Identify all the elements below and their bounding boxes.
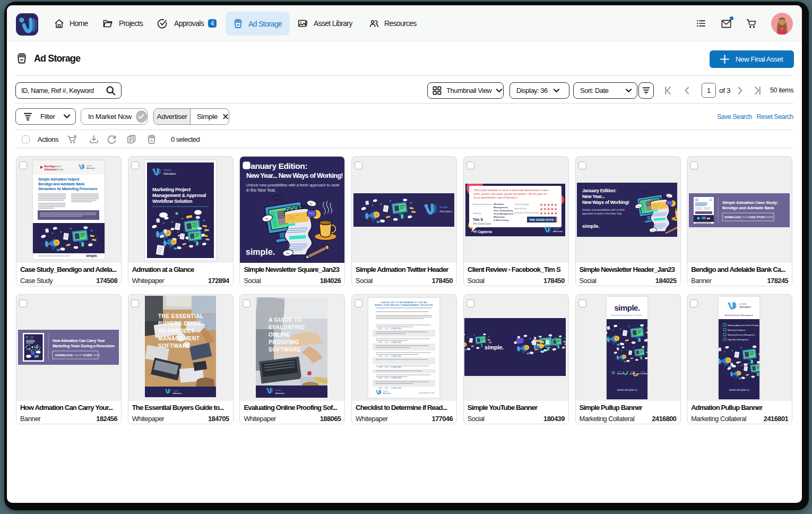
- svg-text:Admation: Admation: [275, 392, 284, 395]
- svg-text:READY FOR PROJECT MANAGEMENT S: READY FOR PROJECT MANAGEMENT SOLUTION: [375, 304, 433, 306]
- svg-text:Streamline its Marketing Proce: Streamline its Marketing Processes: [38, 186, 97, 191]
- svg-text:Admation: Admation: [439, 210, 453, 213]
- svg-text:AdelaideBank: AdelaideBank: [44, 168, 64, 171]
- svg-text:Capterra: Capterra: [478, 230, 492, 234]
- svg-text:in the New Year.: in the New Year.: [246, 188, 276, 193]
- svg-text:Workflow Solution: Workflow Solution: [152, 199, 193, 204]
- svg-text:Bendigo and Adelaide Bank: Bendigo and Adelaide Bank: [38, 182, 85, 186]
- svg-text:MANAGEMENT: MANAGEMENT: [158, 336, 200, 341]
- svg-text:★★★★★: ★★★★★: [540, 203, 558, 207]
- svg-text:Marketing Resource Management: Marketing Resource Management: [728, 334, 755, 336]
- svg-text:CHECKLIST TO DETERMINE IF YOU’: CHECKLIST TO DETERMINE IF YOU’RE: [381, 302, 427, 304]
- svg-text:PROOFING: PROOFING: [269, 339, 299, 345]
- svg-text:simple.: simple.: [614, 303, 640, 312]
- svg-text:Industry:: Industry:: [473, 212, 481, 215]
- svg-text:Digital Asset Management: Digital Asset Management: [728, 339, 748, 341]
- svg-text:EVALUATING: EVALUATING: [269, 324, 305, 330]
- svg-text:www.simple.io: www.simple.io: [729, 388, 750, 391]
- svg-text:BUYERS GUIDE: BUYERS GUIDE: [158, 321, 202, 327]
- svg-text:★★★★★: ★★★★★: [540, 207, 558, 211]
- svg-text:Admation: Admation: [739, 305, 751, 309]
- svg-text:Task Management: Task Management: [494, 212, 514, 215]
- svg-text:✓ YES ✓ NO ✓ SOMETIMES: ✓ YES ✓ NO ✓ SOMETIMES: [377, 328, 401, 330]
- svg-text:Admation: Admation: [553, 230, 563, 233]
- svg-text:Marketing Compliance: Marketing Compliance: [728, 329, 746, 331]
- svg-text:January Edition:: January Edition:: [246, 161, 307, 170]
- svg-text:✓ YES ✓ NO ✓ SOMETIMES: ✓ YES ✓ NO ✓ SOMETIMES: [377, 355, 401, 357]
- svg-text:Favourite Features:: Favourite Features:: [473, 203, 492, 205]
- svg-text:THE ESSENTIAL: THE ESSENTIAL: [158, 313, 204, 319]
- svg-text:simple.: simple.: [163, 169, 171, 172]
- svg-text:Simple Admation helped: Simple Admation helped: [38, 177, 79, 182]
- svg-text:TO PROJECT: TO PROJECT: [158, 328, 195, 334]
- svg-text:New Ways of Working!: New Ways of Working!: [582, 200, 629, 205]
- svg-text:A GUIDE TO: A GUIDE TO: [269, 317, 302, 323]
- svg-text:Unlock new possibilities with: Unlock new possibilities with a fresh ap…: [246, 183, 340, 187]
- svg-text:simple.: simple.: [485, 344, 504, 350]
- svg-text:Marketing Project Management: Marketing Project Management: [725, 314, 754, 316]
- svg-text:simple.: simple.: [275, 389, 281, 391]
- svg-text:THE GOOD GUYS: THE GOOD GUYS: [529, 218, 554, 221]
- svg-text:Tim S: Tim S: [473, 218, 483, 221]
- svg-text:✓ YES ✓ NO ✓ SOMETIMES: ✓ YES ✓ NO ✓ SOMETIMES: [377, 341, 401, 344]
- svg-text:Admation: Admation: [617, 373, 624, 375]
- svg-text:Workflow: Workflow: [494, 203, 504, 205]
- svg-text:Management & Approval: Management & Approval: [152, 193, 206, 198]
- svg-text:Marketing Team During a Recess: Marketing Team During a Recession: [53, 344, 115, 348]
- svg-text:Admation: Admation: [173, 392, 182, 395]
- svg-text:Asset Manager: Asset Manager: [630, 373, 640, 375]
- svg-text:✓ YES ✓ NO ✓ SOMETIMES: ✓ YES ✓ NO ✓ SOMETIMES: [377, 387, 401, 389]
- svg-text:Admation: Admation: [87, 167, 95, 169]
- svg-text:simple.: simple.: [173, 390, 179, 392]
- svg-text:User Onboarding,: User Onboarding,: [494, 209, 513, 212]
- svg-text:DOWNLOAD OUR CASE STUDY NOW: DOWNLOAD OUR CASE STUDY NOW: [724, 216, 773, 219]
- svg-text:SOFTWARE: SOFTWARE: [269, 347, 301, 353]
- svg-text:★★★★★: ★★★★★: [540, 211, 558, 215]
- svg-text:Simple Admation Case Study:: Simple Admation Case Study:: [722, 200, 778, 205]
- svg-text:As an administrator user of Ad: As an administrator user of Admation.”: [473, 196, 519, 199]
- svg-text:How Admation Can Carry Your: How Admation Can Carry Your: [53, 338, 105, 343]
- svg-text:Bendigo and Adelaide Bank: Bendigo and Adelaide Bank: [722, 205, 775, 210]
- svg-text:DOWNLOAD YOUR GUIDE NOW: DOWNLOAD YOUR GUIDE NOW: [55, 354, 101, 357]
- svg-text:Management,: Management,: [494, 206, 508, 209]
- svg-text:approach to work in the New Ye: approach to work in the New Year.: [582, 212, 623, 215]
- svg-text:Admation: Admation: [163, 172, 176, 175]
- svg-text:simple.: simple.: [246, 247, 275, 256]
- svg-text:Ease of Use:: Ease of Use:: [514, 207, 527, 210]
- svg-text:simple.: simple.: [87, 165, 92, 167]
- svg-text:www.simple.io: www.simple.io: [616, 388, 637, 391]
- svg-text:ONLINE: ONLINE: [269, 332, 290, 338]
- svg-text:users, groups, task types, gro: users, groups, task types, groups and as…: [473, 192, 547, 195]
- svg-text:Overall Quality:: Overall Quality:: [514, 203, 530, 205]
- svg-text:Marketing Project: Marketing Project: [152, 187, 191, 192]
- svg-text:Features & Functionality:: Features & Functionality:: [514, 211, 539, 214]
- svg-text:Marketing Approvals & Online P: Marketing Approvals & Online Proofing: [728, 324, 758, 327]
- svg-text:New Year...: New Year...: [582, 194, 605, 199]
- svg-text:simple.: simple.: [86, 254, 98, 258]
- svg-text:The Good Guys: The Good Guys: [473, 222, 491, 225]
- svg-text:Unlock new possibilities with: Unlock new possibilities with a fresh: [582, 208, 625, 211]
- svg-text:www.admation.com: www.admation.com: [419, 392, 435, 394]
- svg-text:New Year... New Ways of Workin: New Year... New Ways of Working!: [246, 172, 343, 179]
- svg-text:Manage Marketing Better. It’s: Manage Marketing Better. It’s Simple.: [611, 314, 643, 316]
- svg-text:✓ YES ✓ NO ✓ SOMETIMES: ✓ YES ✓ NO ✓ SOMETIMES: [377, 366, 401, 369]
- svg-text:✓ YES ✓ NO ✓ SOMETIMES: ✓ YES ✓ NO ✓ SOMETIMES: [377, 377, 401, 379]
- svg-text:Admation: Admation: [383, 392, 391, 395]
- svg-text:& Advertising: & Advertising: [494, 219, 509, 221]
- svg-text:simple.: simple.: [439, 205, 448, 209]
- svg-text:SOFTWARE: SOFTWARE: [158, 343, 191, 349]
- svg-text:simple.: simple.: [582, 223, 600, 229]
- svg-text:“The toolset available to me a: “The toolset available to me as a client…: [473, 189, 550, 192]
- svg-text:Marketing: Marketing: [494, 216, 505, 218]
- svg-text:January Edition:: January Edition:: [582, 188, 616, 193]
- svg-text:BrandHub: BrandHub: [641, 373, 647, 375]
